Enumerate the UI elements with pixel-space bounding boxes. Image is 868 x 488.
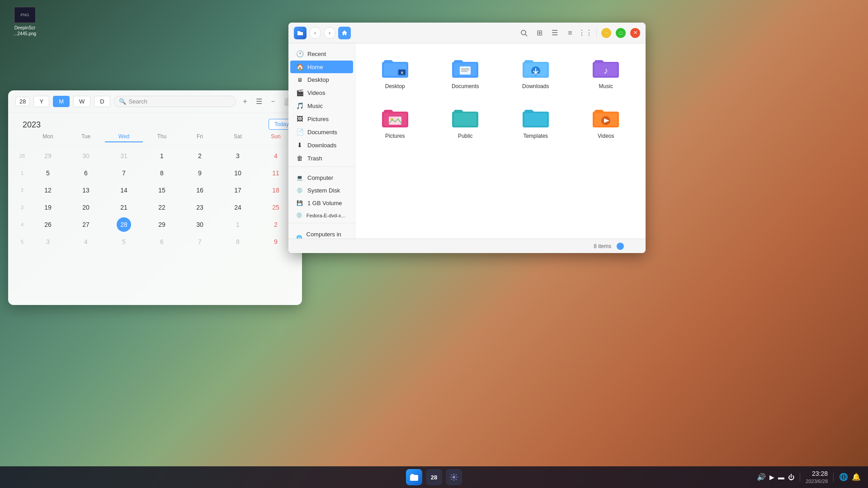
cal-day-sunday[interactable]: 2 [269,217,283,232]
fm-forward-btn[interactable]: › [324,27,335,39]
fm-grid-view-btn[interactable]: ⊞ [533,27,546,39]
fm-close-btn[interactable]: ✕ [630,28,640,38]
taskbar-calendar[interactable]: 28 [426,469,442,485]
folder-pictures[interactable]: Pictures [363,100,428,145]
cal-day[interactable]: 9 [193,166,207,180]
sidebar-item-home[interactable]: 🏠 Home [290,61,353,73]
cal-minus-btn[interactable]: － [268,96,278,107]
media-arrow-icon[interactable]: ▶ [769,474,774,481]
fm-back-btn[interactable]: ‹ [309,27,321,39]
desktop-file-icon[interactable]: PNG DeepinScr...2445.png [7,7,43,37]
fm-sort-btn[interactable]: ⋮⋮ [579,27,592,39]
cal-day[interactable]: 22 [155,200,169,215]
taskbar-file-manager[interactable] [406,469,422,485]
sidebar-item-downloads[interactable]: ⬇ Downloads [290,139,353,151]
cal-day[interactable]: 13 [79,183,93,197]
cal-day[interactable]: 31 [117,149,131,163]
cal-month-view-btn[interactable]: M [53,96,70,107]
cal-day[interactable]: 30 [193,217,207,232]
volume-icon[interactable]: 🔊 [757,473,766,481]
cal-day[interactable]: 1 [155,149,169,163]
cal-day[interactable]: 5 [117,235,131,249]
cal-day[interactable]: 15 [155,183,169,197]
cal-day[interactable]: 2 [193,149,207,163]
cal-day[interactable]: 1 [231,217,245,232]
cal-day[interactable]: 3 [231,149,245,163]
folder-desktop[interactable]: 🖥 Desktop [363,51,428,95]
cal-day[interactable]: 8 [231,235,245,249]
cal-day[interactable]: 12 [41,183,55,197]
cal-day[interactable]: 19 [41,200,55,215]
cal-day-sunday[interactable]: 11 [269,166,283,180]
calendar-date-badge: 28 [431,474,437,481]
cal-day[interactable]: 24 [231,200,245,215]
sidebar-item-1gb-volume[interactable]: 💾 1 GB Volume [290,197,353,209]
cal-week-view-btn[interactable]: W [73,96,90,107]
folder-videos[interactable]: Videos [574,100,639,145]
cal-day[interactable]: 14 [117,183,131,197]
cal-day[interactable]: 20 [79,200,93,215]
cal-day[interactable]: 16 [193,183,207,197]
fm-search-btn[interactable] [518,27,530,39]
cal-day[interactable]: 6 [155,235,169,249]
cal-day[interactable]: 26 [41,217,55,232]
sidebar-item-music[interactable]: 🎵 Music [290,99,353,112]
cal-day-view-btn[interactable]: D [94,96,110,107]
fm-maximize-btn[interactable]: □ [616,28,626,38]
sidebar-item-computers-lan[interactable]: 🌐 Computers in LAN [290,228,353,239]
cal-day[interactable]: 29 [155,217,169,232]
fm-detail-view-btn[interactable]: ≡ [564,27,576,39]
power-icon[interactable]: ⏻ [788,474,794,481]
cal-day-sunday[interactable]: 4 [269,149,283,163]
sidebar-item-recent[interactable]: 🕐 Recent [290,47,353,60]
cal-day[interactable]: 10 [231,166,245,180]
cal-day[interactable]: 27 [79,217,93,232]
cal-year-view-btn[interactable]: Y [33,96,49,107]
cal-day-sunday[interactable]: 25 [269,200,283,215]
cal-day[interactable]: 7 [117,166,131,180]
cal-day[interactable]: 6 [79,166,93,180]
cal-add-btn[interactable]: ＋ [240,96,250,107]
cal-day-sunday[interactable]: 9 [269,235,283,249]
cal-week-row: 1 5 6 7 8 9 10 11 [15,164,295,182]
cal-day-sunday[interactable]: 18 [269,183,283,197]
taskbar-settings[interactable] [446,469,462,485]
sidebar-item-system-disk[interactable]: 💿 System Disk [290,184,353,197]
cal-week-row: 3 19 20 21 22 23 24 25 [15,199,295,216]
folder-downloads[interactable]: Downloads [503,51,568,95]
sidebar-label-system-disk: System Disk [307,187,340,194]
sidebar-item-trash[interactable]: 🗑 Trash [290,152,353,164]
cal-day[interactable]: 3 [41,235,55,249]
folder-documents[interactable]: Documents [433,51,498,95]
sidebar-item-videos[interactable]: 🎬 Videos [290,86,353,99]
folder-public[interactable]: Public [433,100,498,145]
cal-day[interactable]: 30 [79,149,93,163]
fm-minimize-btn[interactable]: － [601,28,611,38]
sidebar-item-computer[interactable]: 💻 Computer [290,172,353,184]
cal-day[interactable]: 29 [41,149,55,163]
cal-day[interactable]: 8 [155,166,169,180]
folder-music[interactable]: ♪ Music [574,51,639,95]
cal-day[interactable]: 4 [79,235,93,249]
cal-day[interactable]: 5 [41,166,55,180]
cal-search-box[interactable]: 🔍 Search [114,96,236,107]
folder-templates[interactable]: Templates [503,100,568,145]
screen-icon[interactable]: ▬ [778,474,784,481]
cal-day[interactable]: 21 [117,200,131,215]
cal-menu-btn[interactable]: ☰ [254,96,264,107]
sidebar-label-trash: Trash [307,155,322,162]
cal-day[interactable]: 7 [193,235,207,249]
cal-day[interactable]: 17 [231,183,245,197]
sidebar-label-videos: Videos [307,89,326,96]
fm-home-btn[interactable] [338,27,351,39]
cal-day[interactable]: 23 [193,200,207,215]
sidebar-item-fedora[interactable]: 💿 Fedora-E-dvd-x86_... [290,210,353,221]
cal-date-num[interactable]: 28 [15,97,30,106]
fm-list-view-btn[interactable]: ☰ [548,27,561,39]
cal-day-today[interactable]: 28 [117,217,131,232]
sidebar-item-pictures[interactable]: 🖼 Pictures [290,113,353,125]
sidebar-item-desktop[interactable]: 🖥 Desktop [290,74,353,86]
notification-icon[interactable]: 🔔 [852,473,861,481]
network-icon[interactable]: 🌐 [839,473,848,481]
sidebar-item-documents[interactable]: 📄 Documents [290,126,353,138]
